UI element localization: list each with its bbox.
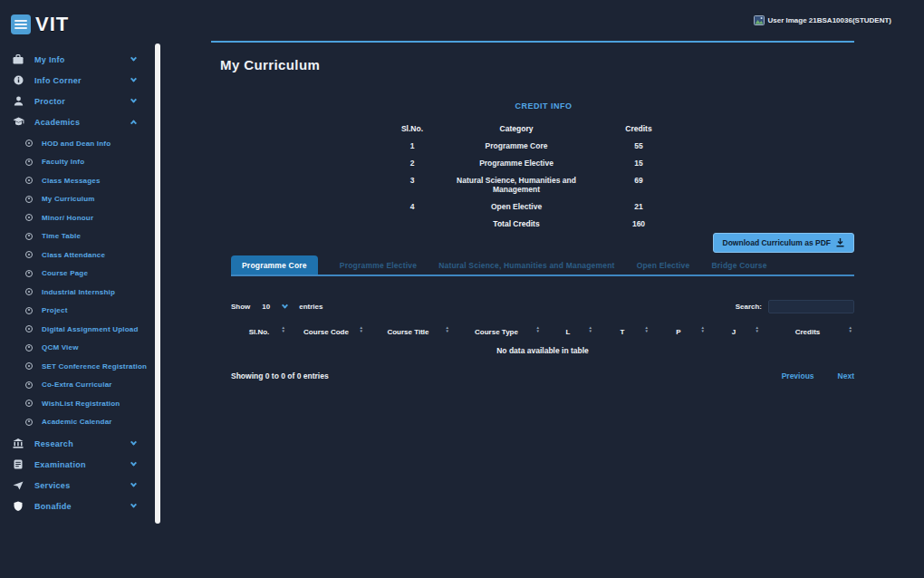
gear-icon (25, 325, 33, 332)
credit-info-section: CREDIT INFO Sl.No. Category Credits 1 Pr… (317, 101, 770, 232)
person-icon (12, 96, 24, 106)
sidebar-item-bonafide[interactable]: Bonafide (0, 496, 163, 516)
sidebar-item-time-table[interactable]: Time Table (0, 227, 163, 246)
sidebar-item-examination[interactable]: Examination (0, 454, 163, 475)
sidebar-item-proctor[interactable]: Proctor (0, 91, 163, 111)
briefcase-icon (12, 54, 24, 64)
page-title: My Curriculum (220, 57, 320, 72)
pagination: Previous Next (782, 371, 854, 381)
sidebar-item-research[interactable]: Research (0, 433, 163, 454)
sidebar-item-course-page[interactable]: Course Page (0, 265, 163, 284)
sidebar-item-class-messages[interactable]: Class Messages (0, 171, 163, 190)
credit-cell: Open Elective (448, 197, 584, 215)
sidebar-item-label: Examination (34, 460, 86, 469)
curriculum-tabs: Programme Core Programme Elective Natura… (231, 255, 854, 276)
column-header-course-code[interactable]: Course Code▲▼ (287, 323, 365, 341)
gear-icon (25, 362, 33, 370)
credit-col-credits: Credits (584, 120, 693, 137)
next-button[interactable]: Next (838, 371, 854, 381)
vit-logo-icon (11, 14, 31, 34)
sidebar-item-services[interactable]: Services (0, 475, 163, 496)
gear-icon (25, 270, 33, 277)
credit-cell: Programme Core (448, 137, 584, 154)
sidebar-item-hod-and-dean-info[interactable]: HOD and Dean Info (0, 134, 163, 153)
sidebar: VIT My Info Info Corner (0, 0, 163, 578)
sort-icon[interactable]: ▲▼ (645, 326, 649, 333)
tab-programme-elective[interactable]: Programme Elective (340, 255, 417, 275)
sidebar-item-my-info[interactable]: My Info (0, 49, 163, 70)
tab-programme-core[interactable]: Programme Core (231, 255, 318, 275)
entries-label: entries (299, 303, 322, 311)
sort-icon[interactable]: ▲▼ (589, 326, 592, 333)
sidebar-item-wishlist-registration[interactable]: WishList Registration (0, 394, 163, 413)
sort-icon[interactable]: ▲▼ (701, 326, 705, 333)
show-label: Show (231, 303, 250, 311)
user-info[interactable]: User Image 21BSA10036(STUDENT) (754, 15, 892, 25)
sort-icon[interactable]: ▲▼ (536, 326, 540, 333)
credit-info-heading: CREDIT INFO (317, 101, 770, 111)
gear-icon (25, 159, 33, 166)
gear-icon (25, 288, 33, 295)
vit-logo-text: VIT (35, 13, 69, 36)
entries-info: Showing 0 to 0 of 0 entries (231, 371, 329, 381)
sidebar-item-academic-calendar[interactable]: Academic Calendar (0, 413, 163, 432)
search-label: Search: (736, 303, 762, 311)
page-size-select[interactable]: 10 (258, 302, 291, 312)
sidebar-item-class-attendance[interactable]: Class Attendance (0, 246, 163, 265)
sidebar-item-industrial-internship[interactable]: Industrial Internship (0, 283, 163, 302)
sort-icon[interactable]: ▲▼ (849, 326, 852, 333)
gear-icon (25, 251, 33, 258)
sidebar-scrollbar[interactable] (155, 43, 160, 524)
column-header-credits[interactable]: Credits▲▼ (761, 323, 854, 341)
sidebar-item-academics[interactable]: Academics (0, 111, 163, 132)
plane-icon (12, 481, 24, 490)
column-header-course-title[interactable]: Course Title▲▼ (365, 323, 451, 341)
page-size-value: 10 (262, 303, 270, 311)
credit-col-category: Category (448, 120, 584, 137)
exam-document-icon (12, 459, 24, 469)
sidebar-item-set-conference-registration[interactable]: SET Conference Registration (0, 357, 163, 376)
main-content: User Image 21BSA10036(STUDENT) My Curric… (163, 0, 924, 578)
tab-open-elective[interactable]: Open Elective (637, 255, 690, 275)
sidebar-item-label: Academics (34, 118, 80, 127)
sort-icon[interactable]: ▲▼ (282, 326, 285, 333)
sort-icon[interactable]: ▲▼ (446, 326, 449, 333)
sidebar-item-qcm-view[interactable]: QCM View (0, 339, 163, 358)
column-header-j[interactable]: J▲▼ (707, 323, 761, 341)
sidebar-item-project[interactable]: Project (0, 302, 163, 321)
column-header-t[interactable]: T▲▼ (594, 323, 650, 341)
chevron-down-icon (130, 502, 137, 508)
credit-cell: 21 (584, 197, 693, 215)
sort-icon[interactable]: ▲▼ (360, 326, 363, 333)
gear-icon (25, 233, 33, 240)
header-divider (211, 41, 854, 43)
sidebar-item-digital-assignment-upload[interactable]: Digital Assignment Upload (0, 320, 163, 339)
tab-bridge-course[interactable]: Bridge Course (711, 255, 766, 275)
download-curriculum-button[interactable]: Download Curriculum as PDF (713, 233, 855, 253)
previous-button[interactable]: Previous (782, 371, 814, 381)
sidebar-item-my-curriculum[interactable]: My Curriculum (0, 190, 163, 209)
credit-cell: 15 (584, 154, 693, 171)
search-input[interactable] (768, 300, 854, 313)
column-header-course-type[interactable]: Course Type▲▼ (451, 323, 542, 341)
column-header-l[interactable]: L▲▼ (542, 323, 594, 341)
sort-icon[interactable]: ▲▼ (756, 326, 759, 333)
sidebar-item-co-extra-curricular[interactable]: Co-Extra Curricular (0, 376, 163, 395)
sidebar-item-faculty-info[interactable]: Faculty Info (0, 153, 163, 172)
download-icon (836, 238, 844, 247)
gear-icon (25, 177, 33, 184)
datatable-controls: Show 10 entries Search: (231, 298, 854, 314)
column-header-p[interactable]: P▲▼ (650, 323, 707, 341)
academics-submenu: HOD and Dean Info Faculty Info Class Mes… (0, 134, 163, 431)
sidebar-item-info-corner[interactable]: Info Corner (0, 70, 163, 91)
credit-cell: 55 (584, 137, 693, 154)
chevron-down-icon (130, 460, 137, 467)
column-header-slno[interactable]: Sl.No.▲▼ (231, 323, 287, 341)
credit-cell: 1 (376, 137, 448, 154)
datatable-header: Sl.No.▲▼ Course Code▲▼ Course Title▲▼ Co… (231, 323, 854, 341)
tab-natural-science-humanities-management[interactable]: Natural Science, Humanities and Manageme… (438, 255, 615, 275)
sidebar-item-minor-honour[interactable]: Minor/ Honour (0, 208, 163, 227)
vit-logo: VIT (11, 13, 163, 36)
bank-icon (12, 438, 24, 448)
credit-info-table: Sl.No. Category Credits 1 Programme Core… (376, 120, 693, 232)
